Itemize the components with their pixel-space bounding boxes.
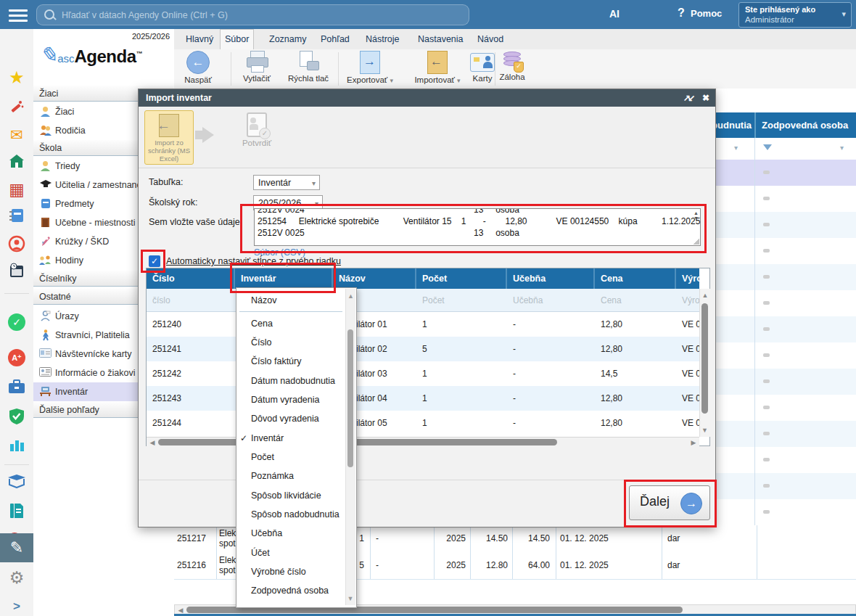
favorites-star-icon[interactable]: ★ [0,67,33,88]
tab-nastroje[interactable]: Nástroje [361,29,404,49]
grid-filter-cena[interactable]: Cena [595,289,676,312]
scrollbar-thumb[interactable] [701,303,708,414]
grid-row[interactable]: 251244Ventilátor 051-12,80VE 0 [147,411,699,438]
menu-item[interactable]: Dátum vyradenia [236,390,345,409]
grid-filter-cislo[interactable]: číslo [147,289,235,312]
menu-item-nazov-current[interactable]: Názov [236,291,345,310]
tab-pohlad[interactable]: Pohľad [316,29,354,49]
scrollbar-thumb[interactable] [347,329,353,467]
scroll-down-icon[interactable]: ▼ [700,425,709,435]
grid-filter-ucebna[interactable]: Učebňa [507,289,595,312]
notebook-icon[interactable] [0,208,33,225]
grid-col-vyrobne[interactable]: Výrobn [676,268,699,289]
grid-col-cislo[interactable]: Číslo [147,268,235,289]
maximize-icon[interactable]: ↗↙ [683,89,695,107]
grid-vscrollbar[interactable]: ▲ ▼ [699,289,710,437]
menu-item[interactable]: Počet [236,448,345,467]
grid-hscrollbar[interactable]: ◀ ▶ [147,437,699,448]
filter-caret-icon[interactable]: ▾ [840,144,844,152]
scroll-down-icon[interactable]: ▼ [346,594,355,604]
print-button[interactable]: Vytlačiť [236,51,277,83]
library-book-icon[interactable] [0,472,33,490]
scrollbar-thumb[interactable] [158,439,557,445]
calendar-grid-icon[interactable]: ▦ [0,180,33,200]
menu-item[interactable]: Číslo [236,333,345,352]
global-search[interactable] [36,4,469,25]
table-select[interactable]: Inventár▾ [253,175,320,190]
person-ring-icon[interactable] [0,235,33,255]
grid-filter-pocet[interactable]: Počet [416,289,507,312]
tab-nastavenia[interactable]: Nastavenia [413,29,468,49]
autoset-checkbox-label[interactable]: Automaticky nastaviť stĺpce z prvého ria… [166,256,341,266]
next-button[interactable]: Ďalej → [629,485,710,520]
grid-row[interactable]: 251241Ventilátor 025-12,80VE 0 [147,337,699,362]
tab-navod[interactable]: Návod [473,29,508,49]
mail-icon[interactable]: ✉ [0,126,33,144]
wizard-wand-icon[interactable] [0,99,33,117]
export-button[interactable]: → Exportovať ▾ [344,51,396,84]
ai-button[interactable]: AI [609,8,620,20]
briefcase-icon[interactable] [0,379,33,396]
menu-item[interactable]: Výrobné číslo [236,562,345,581]
back-button[interactable]: ← Naspäť [177,51,219,84]
tab-hlavny[interactable]: Hlavný [181,29,218,49]
filter-caret-icon[interactable]: ▾ [734,144,738,152]
confirm-button-disabled[interactable]: ✓ Potvrdiť [231,111,282,163]
menu-item[interactable]: Dôvod vyradenia [236,409,345,428]
grid-col-pocet[interactable]: Počet [416,268,507,289]
scroll-left-icon[interactable]: ◀ [148,438,157,448]
tab-zoznamy[interactable]: Zoznamy [265,29,310,49]
menu-item[interactable]: Spôsob nadobudnutia [236,505,345,524]
shield-check-icon[interactable] [0,408,33,427]
backup-button[interactable]: ✓ Záloha [495,51,530,81]
home-icon[interactable] [0,154,33,171]
menu-item[interactable]: Číslo faktúry [236,352,345,371]
user-menu[interactable]: Ste prihlásený ako Administrátor ▾ [738,2,852,28]
paste-textarea[interactable]: 2512V 0024 13 osoba 251254 Elektrické sp… [254,208,701,246]
grid-filter-vyrobne[interactable]: Výro [676,289,699,312]
schedule-clock-icon[interactable] [0,263,33,281]
grid-col-nazov[interactable]: Názov [333,268,416,289]
import-clipboard-button[interactable]: ← Import zoschránky (MSExcel) [144,110,194,165]
grid-col-inventar[interactable]: Inventár [235,268,333,289]
grid-row[interactable]: 251243Ventilátor 041-12,80VE 0 [147,386,699,411]
expand-rail-chevron-icon[interactable]: > [0,599,33,614]
edit-tool-selected[interactable]: ✎ [0,533,33,562]
bg-col-zodpovedna-osoba[interactable]: Zodpovedná osoba [762,112,848,138]
scroll-right-icon[interactable]: ▶ [689,438,698,448]
quick-print-button[interactable]: Rýchla tlač [283,51,334,83]
menu-item[interactable]: Učebňa [236,524,345,543]
dialog-title-bar[interactable]: Import inventar ↗↙ ✖ [139,89,715,107]
menu-item-checked[interactable]: ✓Inventár [236,429,345,448]
menu-item[interactable]: Poznámka [236,467,345,485]
tab-subor[interactable]: Súbor [220,29,254,50]
menu-item[interactable]: Zodpovedná osoba [236,581,345,600]
menu-item[interactable]: Dátum nadobudnutia [236,371,345,390]
close-icon[interactable]: ✖ [702,89,709,107]
import-button[interactable]: ← Importovať ▾ [411,51,464,84]
menu-item[interactable]: Spôsob likvidácie [236,486,345,505]
grades-icon[interactable]: A⁺ [0,349,33,366]
help-button[interactable]: Pomoc [691,8,722,19]
grid-col-ucebna[interactable]: Učebňa [507,268,595,289]
help-icon[interactable]: ? [678,7,685,20]
grid-row[interactable]: 251240Ventilátor 011-12,80VE 0 [147,312,699,337]
gear-icon[interactable]: ⚙ [0,568,33,588]
grid-row[interactable]: 251242Ventilátor 031-14,5VE 0 [147,361,699,387]
spinner-arrows-icon[interactable]: ▲▼ [694,210,699,221]
approve-check-icon[interactable]: ✓ [0,313,33,331]
bar-chart-icon[interactable] [0,438,33,454]
search-input[interactable] [60,7,455,23]
scroll-up-icon[interactable]: ▲ [346,291,355,301]
resize-handle[interactable] [694,239,699,245]
rocket-icon [39,236,52,248]
hamburger-menu-icon[interactable] [9,7,28,22]
documents-icon[interactable] [0,502,33,522]
filter-funnel-icon[interactable] [763,144,772,150]
menu-scrollbar[interactable]: ▲ ▼ [345,289,355,605]
menu-item[interactable]: Cena [236,314,345,333]
scroll-up-icon[interactable]: ▲ [700,290,710,300]
grid-col-cena[interactable]: Cena [595,268,676,289]
menu-item[interactable]: Účet [236,543,345,562]
autoset-checkbox[interactable]: ✓ [149,255,160,267]
